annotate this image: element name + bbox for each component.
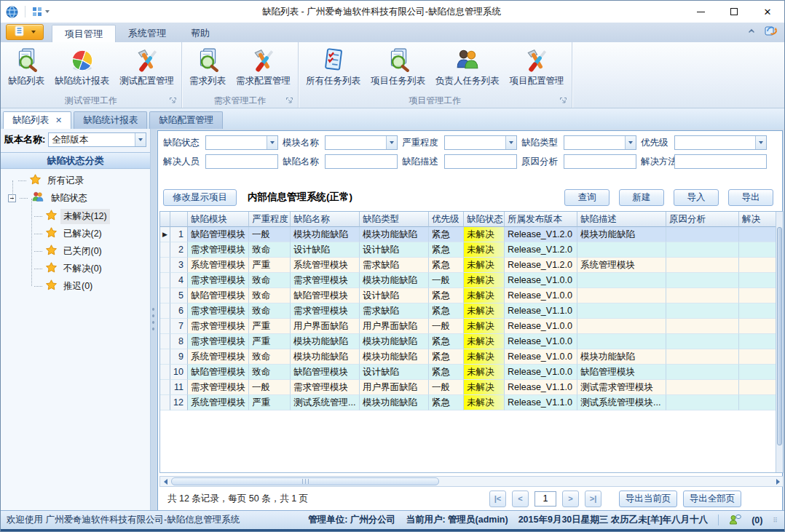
minimize-button[interactable] bbox=[684, 1, 717, 23]
dropdown-arrow-icon[interactable] bbox=[267, 136, 277, 149]
table-row[interactable]: 4需求管理模块致命需求管理模块模块功能缺陷一般未解决Release_V1.0.0 bbox=[160, 273, 783, 288]
table-row[interactable]: 9系统管理模块致命模块功能缺陷模块功能缺陷紧急未解决Release_V1.0.0… bbox=[160, 349, 783, 365]
table-row[interactable]: 12系统管理模块严重测试系统管理...模块功能缺陷紧急未解决Release_V1… bbox=[160, 395, 783, 410]
import-button[interactable]: 导入 bbox=[674, 189, 719, 206]
filter-combo-module-name[interactable] bbox=[325, 135, 398, 150]
filter-input-solution[interactable] bbox=[674, 154, 767, 169]
filter-combo-severity[interactable] bbox=[444, 135, 517, 150]
prev-page-button[interactable]: < bbox=[512, 491, 529, 507]
first-page-button[interactable]: |< bbox=[489, 491, 506, 507]
version-combobox[interactable]: 全部版本 bbox=[48, 132, 146, 147]
filter-combo-defect-type[interactable] bbox=[564, 135, 636, 150]
doc-tab-3[interactable]: 缺陷配置管理 bbox=[149, 111, 223, 129]
page-number-input[interactable] bbox=[534, 491, 556, 507]
new-button[interactable]: 新建 bbox=[619, 189, 664, 206]
table-cell: 模块功能缺陷 bbox=[360, 395, 429, 410]
tree-item[interactable]: 缺陷状态 bbox=[8, 190, 90, 206]
table-row[interactable]: 2需求管理模块致命设计缺陷设计缺陷紧急未解决Release_V1.2.0 bbox=[160, 242, 783, 258]
dialog-launcher-icon[interactable] bbox=[169, 97, 177, 105]
dialog-launcher-icon[interactable] bbox=[285, 97, 293, 105]
export-current-page-button[interactable]: 导出当前页 bbox=[619, 491, 677, 507]
table-cell: 设计缺陷 bbox=[360, 242, 429, 258]
ribbon-tab-2[interactable]: 系统管理 bbox=[116, 25, 178, 42]
column-header[interactable]: 缺陷状态 bbox=[464, 212, 505, 227]
close-button[interactable]: ✕ bbox=[751, 1, 784, 23]
scroll-left-arrow-icon[interactable] bbox=[160, 477, 170, 486]
export-all-pages-button[interactable]: 导出全部页 bbox=[683, 491, 741, 507]
filter-input-cause-analysis[interactable] bbox=[564, 154, 636, 169]
maximize-button[interactable] bbox=[717, 1, 751, 23]
doc-tab-1[interactable]: 缺陷列表✕ bbox=[3, 111, 71, 129]
tree-item[interactable]: 未解决(12) bbox=[34, 208, 110, 224]
ribbon-collapse-icon[interactable] bbox=[747, 26, 756, 36]
ribbon-button[interactable]: 所有任务列表 bbox=[301, 44, 366, 89]
splitter[interactable] bbox=[151, 129, 157, 512]
column-header[interactable]: 优先级 bbox=[429, 212, 464, 227]
dropdown-arrow-icon[interactable] bbox=[386, 136, 397, 149]
ribbon-tab-1[interactable]: 项目管理 bbox=[52, 25, 116, 42]
column-header[interactable]: 严重程度 bbox=[249, 212, 291, 227]
table-row[interactable]: ▶1缺陷管理模块一般模块功能缺陷模块功能缺陷紧急未解决Release_V1.2.… bbox=[160, 227, 783, 242]
ribbon-button[interactable]: 项目配置管理 bbox=[505, 44, 569, 89]
dialog-launcher-icon[interactable] bbox=[559, 97, 567, 105]
doc-tab-2[interactable]: 缺陷统计报表 bbox=[74, 111, 147, 129]
table-row[interactable]: 6需求管理模块致命需求管理模块需求缺陷紧急未解决Release_V1.1.0 bbox=[160, 303, 783, 319]
table-row[interactable]: 7需求管理模块严重用户界面缺陷用户界面缺陷一般未解决Release_V1.0.0 bbox=[160, 319, 783, 334]
help-refresh-icon[interactable] bbox=[765, 24, 778, 39]
column-header[interactable]: 解决 bbox=[739, 212, 777, 227]
row-number-cell: 6 bbox=[170, 303, 188, 319]
ribbon-button[interactable]: 缺陷统计报表 bbox=[50, 44, 114, 89]
doc-tab-label: 缺陷列表 bbox=[12, 114, 49, 127]
filter-input-resolver[interactable] bbox=[205, 154, 278, 169]
last-page-button[interactable]: >| bbox=[585, 491, 601, 507]
column-header[interactable]: 缺陷模块 bbox=[188, 212, 249, 227]
table-row[interactable]: 8需求管理模块严重模块功能缺陷模块功能缺陷紧急未解决Release_V1.0.0 bbox=[160, 334, 783, 349]
tree-item[interactable]: 推迟(0) bbox=[34, 278, 95, 294]
tree-item[interactable]: 已关闭(0) bbox=[34, 243, 105, 259]
export-button[interactable]: 导出 bbox=[728, 189, 773, 206]
ribbon-button[interactable]: 项目任务列表 bbox=[366, 44, 430, 89]
table-row[interactable]: 3系统管理模块严重系统管理模块需求缺陷紧急未解决Release_V1.2.0系统… bbox=[160, 258, 783, 273]
tab-close-icon[interactable]: ✕ bbox=[55, 116, 62, 124]
filter-input-defect-name[interactable] bbox=[325, 154, 398, 169]
ribbon-button[interactable]: 缺陷列表 bbox=[3, 44, 50, 89]
next-page-button[interactable]: > bbox=[562, 491, 579, 507]
quick-access-grid-icon[interactable] bbox=[32, 7, 42, 17]
table-row[interactable]: 5缺陷管理模块致命缺陷管理模块设计缺陷紧急未解决Release_V1.0.0 bbox=[160, 288, 783, 303]
ribbon-button[interactable]: 负责人任务列表 bbox=[430, 44, 505, 89]
query-button[interactable]: 查询 bbox=[564, 189, 610, 206]
ribbon-tab-3[interactable]: 帮助 bbox=[178, 25, 222, 42]
tree-item[interactable]: 不解决(0) bbox=[34, 261, 105, 277]
column-header[interactable]: 原因分析 bbox=[666, 212, 739, 227]
column-header[interactable]: 缺陷描述 bbox=[577, 212, 666, 227]
column-header[interactable]: 缺陷名称 bbox=[291, 212, 360, 227]
app-menu-button[interactable] bbox=[6, 24, 44, 40]
table-row[interactable]: 11需求管理模块一般需求管理模块用户界面缺陷一般未解决Release_V1.1.… bbox=[160, 380, 783, 395]
dropdown-arrow-icon[interactable] bbox=[135, 133, 146, 146]
messages-icon[interactable] bbox=[729, 514, 741, 527]
vertical-scrollbar[interactable] bbox=[776, 212, 783, 472]
vscroll-thumb[interactable] bbox=[777, 227, 782, 445]
ribbon-button[interactable]: 需求列表 bbox=[184, 44, 231, 89]
column-header[interactable]: 缺陷类型 bbox=[360, 212, 429, 227]
modify-columns-button[interactable]: 修改显示项目 bbox=[163, 189, 237, 206]
dropdown-arrow-icon[interactable] bbox=[625, 136, 636, 149]
tree-item[interactable]: 所有记录 bbox=[18, 172, 87, 188]
quick-access-dropdown-icon[interactable] bbox=[45, 10, 50, 13]
tree-item[interactable]: 已解决(2) bbox=[34, 226, 105, 242]
hscroll-track[interactable] bbox=[170, 477, 773, 486]
hscroll-thumb[interactable] bbox=[171, 477, 439, 485]
filter-combo-defect-status[interactable] bbox=[205, 135, 278, 150]
scroll-right-arrow-icon[interactable] bbox=[773, 477, 783, 486]
column-header[interactable]: 所属发布版本 bbox=[505, 212, 577, 227]
ribbon-button[interactable]: 测试配置管理 bbox=[114, 44, 179, 89]
horizontal-scrollbar[interactable] bbox=[159, 476, 784, 487]
ribbon-button[interactable]: 需求配置管理 bbox=[231, 44, 296, 89]
dropdown-arrow-icon[interactable] bbox=[755, 136, 766, 149]
table-row[interactable]: 10缺陷管理模块致命缺陷管理模块设计缺陷紧急未解决Release_V1.0.0缺… bbox=[160, 365, 783, 380]
resize-grip-icon[interactable]: ⠿ bbox=[773, 517, 778, 524]
filter-combo-priority[interactable] bbox=[674, 135, 767, 150]
dropdown-arrow-icon[interactable] bbox=[505, 136, 516, 149]
table-cell: 模块功能缺陷 bbox=[360, 273, 429, 288]
filter-input-defect-description[interactable] bbox=[444, 154, 517, 169]
